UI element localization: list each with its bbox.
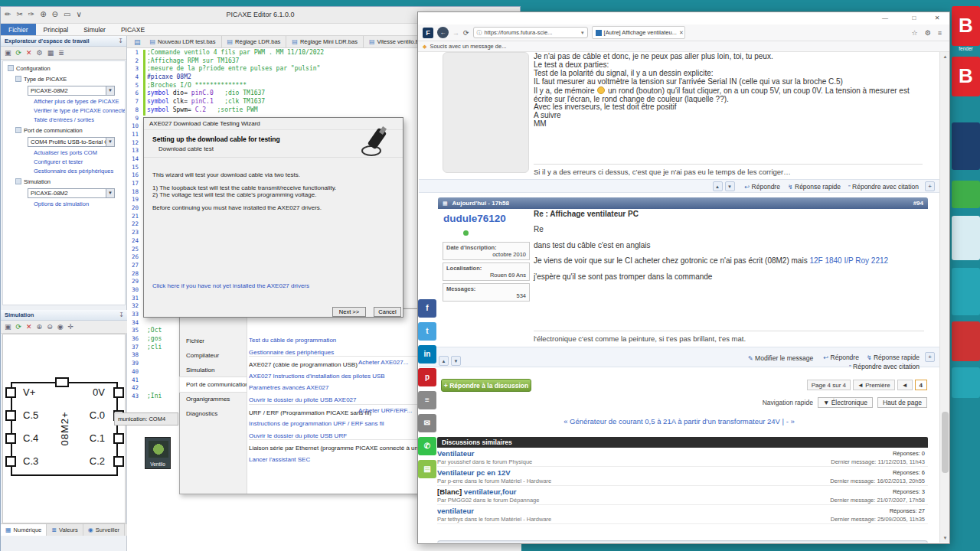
ribbon-buy-link[interactable]: Acheter AXE027...	[358, 357, 408, 368]
tree-link-gestionnaire-des-p-riph-riques[interactable]: Gestionnaire des périphériques	[34, 168, 125, 174]
tree-link-options-de-simulation[interactable]: Options de simulation	[34, 201, 125, 207]
share-print-icon[interactable]: ≡	[418, 391, 436, 409]
driver-install-link[interactable]: Click here if you have not yet installed…	[152, 282, 309, 289]
simulation-tool-icon[interactable]: ⟳	[16, 323, 22, 331]
menu-tab-fichier[interactable]: Fichier	[1, 24, 36, 35]
ribbon-nav-organigrammes[interactable]: Organigrammes	[180, 392, 247, 406]
tree-node-simulation[interactable]: Simulation	[15, 178, 125, 185]
pin-icon[interactable]: ↧	[119, 310, 124, 321]
explorer-tool-icon[interactable]: ⚙	[37, 49, 43, 57]
com-port-select[interactable]: COM4 Prolific USB-to-Serial C▼	[28, 137, 115, 147]
adjacent-thread-link[interactable]: « Générateur de courant 0,5 à 21A à part…	[419, 417, 939, 425]
simulation-tool-icon[interactable]: ✕	[26, 323, 32, 331]
editor-tab-r-glage-ldr-bas[interactable]: ▤Réglage LDR.bas	[222, 36, 287, 47]
tree-node-picaxe-type[interactable]: Type de PICAXE	[15, 76, 125, 83]
chevron-down-icon[interactable]: ▾	[581, 30, 584, 36]
scroll-down-arrow[interactable]: ▼	[940, 533, 950, 543]
bookmarks-bar[interactable]: ◆ Soucis avec un message de...	[418, 41, 949, 52]
tree-node-configuration[interactable]: Configuration	[8, 65, 125, 72]
simulation-tool-icon[interactable]: ✛	[68, 323, 74, 331]
page-button-premi-re[interactable]: ◄ Première	[853, 380, 895, 390]
menu-tab-principal[interactable]: Principal	[36, 24, 77, 35]
next-button[interactable]: Next >>	[332, 307, 366, 317]
action-reply-with-quote[interactable]: ” Répondre avec citation	[848, 183, 919, 191]
simulation-tool-icon[interactable]: ▣	[5, 323, 11, 331]
bookmark-star-icon[interactable]: ☆	[912, 29, 918, 37]
reply-to-thread-button[interactable]: + Répondre à la discussion	[441, 379, 531, 392]
back-button[interactable]: ←	[437, 27, 449, 38]
simulation-tool-icon[interactable]: ◉	[57, 323, 64, 331]
minimize-button[interactable]: —	[874, 12, 896, 24]
thread-link[interactable]: Ventilateur pc en 12V	[437, 468, 511, 477]
share-twitter-icon[interactable]: t	[418, 322, 436, 341]
thread-link[interactable]: ventilateur,four	[464, 487, 517, 496]
more-options-button[interactable]: +	[925, 181, 935, 191]
top-of-page-button[interactable]: Haut de page	[877, 397, 927, 408]
more-options-button[interactable]: +	[925, 352, 935, 362]
ribbon-nav-diagnostics[interactable]: Diagnostics	[180, 406, 247, 421]
explorer-tool-icon[interactable]: ≣	[58, 49, 64, 57]
share-facebook-icon[interactable]: f	[418, 299, 436, 318]
explorer-tool-icon[interactable]: ▦	[47, 49, 54, 57]
settings-gear-icon[interactable]: ⚙	[925, 29, 931, 37]
desktop-icon-app-teal[interactable]	[952, 268, 980, 315]
tab-close-icon[interactable]: ✕	[679, 30, 684, 36]
tree-link-v-rifier-le-type-de-picaxe-connect[interactable]: Vérifier le type de PICAXE connecté	[34, 107, 125, 114]
edit-post-button[interactable]: ✎ Modifier le message	[748, 354, 813, 362]
share-whatsapp-icon[interactable]: ✆	[418, 437, 436, 455]
simulation-canvas[interactable]: 08M2+ V+C.5C.4C.30VC.0C.1C.2	[2, 334, 126, 523]
browser-tab[interactable]: [Autre] Affichage ventilateu... ✕	[592, 26, 685, 39]
ribbon-nav-port-de-communication[interactable]: Port de communication	[180, 377, 247, 392]
ribbon-nav-fichier[interactable]: Fichier	[180, 334, 247, 348]
post-nav-down-icon[interactable]: ▼	[451, 356, 461, 366]
sim-view-tab-valeurs[interactable]: ≣Valeurs	[47, 524, 83, 536]
thread-link[interactable]: ventilateur	[437, 507, 474, 515]
share-email-icon[interactable]: ✉	[418, 414, 436, 432]
page-button-page-4-sur-4[interactable]: Page 4 sur 4	[807, 380, 851, 390]
site-info-icon[interactable]: ⓘ	[477, 29, 482, 37]
menu-icon[interactable]: ≡	[938, 29, 942, 37]
address-bar[interactable]: ⓘ https://forums.futura-scie... ▾	[473, 27, 588, 38]
maximize-button[interactable]: □	[903, 12, 925, 24]
ribbon-nav-simulation[interactable]: Simulation	[180, 363, 247, 377]
post-nav-up-icon[interactable]: ▲	[439, 356, 449, 366]
share-sms-icon[interactable]: ▤	[418, 460, 436, 478]
thread-link[interactable]: Ventilateur	[437, 449, 475, 458]
simulation-tool-icon[interactable]: ⊖	[47, 323, 53, 331]
page-button-4[interactable]: 4	[915, 380, 927, 390]
post94-number[interactable]: #94	[913, 197, 923, 209]
pin-icon[interactable]: ↧	[118, 36, 123, 47]
desktop-icon-app-red[interactable]	[952, 321, 980, 361]
tree-node-com-port[interactable]: Port de communication	[15, 127, 125, 134]
ribbon-buy-link[interactable]: Acheter URF/ERF...	[358, 405, 412, 416]
desktop-icon-app-blue[interactable]	[952, 122, 980, 170]
bookmark-label[interactable]: Soucis avec un message de...	[430, 43, 506, 50]
picaxe-type-select[interactable]: PICAXE-08M2▼	[28, 86, 115, 96]
explorer-tool-icon[interactable]: ✕	[26, 49, 32, 57]
editor-tab-nouveau-ldr-test-bas[interactable]: ▤Nouveau LDR test.bas	[145, 36, 222, 47]
forward-button[interactable]: →	[452, 29, 459, 37]
share-linkedin-icon[interactable]: in	[418, 345, 436, 364]
sim-view-tab-num-rique[interactable]: ▦Numérique	[1, 524, 47, 536]
desktop-icon-bitdefender-1[interactable]: Bfender	[952, 6, 980, 46]
simulation-type-select[interactable]: PICAXE-08M2▼	[28, 188, 115, 198]
share-pinterest-icon[interactable]: p	[418, 368, 436, 386]
action-reply-with-quote[interactable]: ” Répondre avec citation	[849, 363, 920, 370]
menu-tab-simuler[interactable]: Simuler	[76, 24, 113, 35]
refresh-button[interactable]: ⟳	[463, 29, 469, 37]
editor-tab-r-glage-mini-ldr-bas[interactable]: ▤Réglage Mini LDR.bas	[286, 36, 364, 47]
post94-username[interactable]: dudule76120	[443, 213, 506, 224]
browser-title-bar[interactable]: —□✕	[418, 12, 949, 24]
tree-link-afficher-plus-de-types-de-picaxe[interactable]: Afficher plus de types de PICAXE	[34, 98, 125, 105]
close-button[interactable]: ✕	[926, 12, 948, 24]
sim-view-tab-surveiller[interactable]: ◉Surveiller	[83, 524, 125, 536]
scrollbar-thumb[interactable]	[942, 412, 949, 473]
tree-link-table-d-entr-es-sorties[interactable]: Table d'entrées / sorties	[34, 116, 125, 123]
desktop-icon-app-teal2[interactable]	[952, 367, 980, 398]
menu-tab-picaxe[interactable]: PICAXE	[113, 24, 152, 35]
action-reply[interactable]: ↩ Répondre	[745, 183, 780, 191]
page-button-[interactable]: ◄	[897, 380, 913, 390]
desktop-icon-app-green[interactable]	[952, 181, 980, 208]
simulation-tool-icon[interactable]: ⊕	[37, 323, 43, 331]
post-nav-down-icon[interactable]: ▼	[725, 181, 735, 191]
